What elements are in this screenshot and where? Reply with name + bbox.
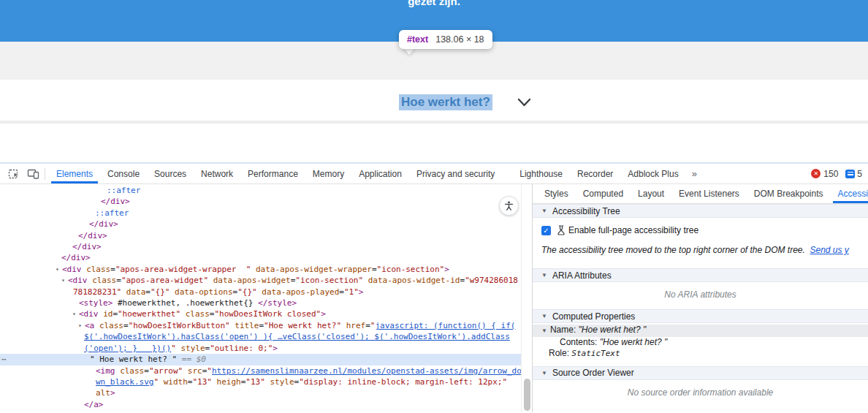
- disclosure-triangle-icon: ▼: [541, 313, 547, 319]
- dom-tree-line[interactable]: </div>: [0, 241, 532, 252]
- send-feedback-link[interactable]: Send us y: [810, 245, 849, 255]
- section-title: Computed Properties: [552, 311, 635, 322]
- accessibility-tree-toggle-button[interactable]: [499, 196, 519, 216]
- dom-tree-line[interactable]: alt>: [0, 387, 532, 398]
- dom-tree-line[interactable]: ▾<div class="apos-area-widget" data-apos…: [0, 275, 532, 286]
- tab-memory[interactable]: Memory: [305, 164, 351, 183]
- disclosure-triangle-icon: ▼: [541, 370, 547, 376]
- dom-tree-line[interactable]: ▾<div id="hoewerkthet" class="howDoesItW…: [0, 308, 532, 319]
- sidebar-tab-layout[interactable]: Layout: [631, 184, 671, 203]
- sidebar-tab-dom-breakpoints[interactable]: DOM Breakpoints: [747, 184, 831, 203]
- a11y-moved-notice: The accessibility tree moved to the top …: [541, 245, 859, 255]
- expand-arrow-icon[interactable]: ▾: [78, 320, 85, 331]
- dom-tree-line[interactable]: </div>: [0, 230, 532, 241]
- dom-tree-line[interactable]: <img class="arrow" src="https://samensli…: [0, 365, 532, 376]
- tooltip-node-name: #text: [407, 34, 428, 45]
- checkbox-label: Enable full-page accessibility tree: [568, 225, 698, 235]
- more-tabs-icon[interactable]: »: [686, 168, 703, 179]
- dom-tree-line[interactable]: ▾<div class="apos-area-widget-wrapper " …: [0, 264, 532, 275]
- section-header-accessibility-tree[interactable]: ▼ Accessibility Tree: [533, 204, 868, 218]
- error-badge-icon[interactable]: ✕: [811, 169, 821, 178]
- inspect-overlay-tooltip: #text 138.06 × 18: [399, 30, 492, 49]
- section-header-computed-properties[interactable]: ▼ Computed Properties: [533, 309, 868, 323]
- dom-tree-line[interactable]: </div>: [0, 196, 532, 207]
- tab-recorder[interactable]: Recorder: [570, 164, 620, 183]
- inspected-text-node[interactable]: Hoe werkt het?: [399, 94, 492, 110]
- tooltip-dimensions: 138.06 × 18: [435, 34, 484, 45]
- screenshot-root: gezet zijn. Hoe werkt het? #text 138.06 …: [0, 0, 868, 413]
- elements-scrollbar[interactable]: [521, 184, 532, 412]
- issues-count[interactable]: 5: [857, 169, 862, 179]
- expand-arrow-icon[interactable]: ▾: [56, 264, 62, 275]
- devtools-toolbar: ElementsConsoleSourcesNetworkPerformance…: [0, 164, 868, 184]
- tab-adblock-plus[interactable]: Adblock Plus: [620, 164, 685, 183]
- section-title: ARIA Attributes: [552, 270, 612, 281]
- sidebar-tab-accessibility[interactable]: Accessibility: [831, 184, 868, 203]
- disclosure-triangle-icon: ▼: [541, 208, 547, 214]
- elements-panel: ::after</div>::after</div></div></div></…: [0, 184, 532, 412]
- dom-tree-line[interactable]: 781828231" data="{}" data-options="{}" d…: [0, 287, 532, 298]
- expand-arrow-icon[interactable]: ▾: [61, 275, 68, 286]
- enable-fullpage-a11y-checkbox[interactable]: ✓: [541, 226, 551, 235]
- error-count[interactable]: 150: [823, 169, 838, 179]
- page-section-divider: [0, 121, 868, 124]
- source-order-empty-text: No source order information available: [533, 380, 868, 407]
- tab-elements[interactable]: Elements: [49, 164, 100, 183]
- site-header-text: gezet zijn.: [0, 0, 868, 7]
- inspect-element-icon[interactable]: [4, 166, 23, 182]
- toolbar-separator: [45, 168, 45, 180]
- tab-application[interactable]: Application: [351, 164, 409, 183]
- how-does-it-work-button[interactable]: Hoe werkt het?: [399, 94, 531, 110]
- experiment-flask-icon: [557, 225, 566, 235]
- computed-properties-list: ▼Name: "Hoe werkt het? " Contents: "Hoe …: [533, 323, 868, 366]
- tab-lighthouse[interactable]: Lighthouse: [512, 164, 570, 183]
- tab-console[interactable]: Console: [100, 164, 147, 183]
- dom-tree-line-selected[interactable]: " Hoe werkt het? " == $0⋯: [0, 354, 532, 365]
- disclosure-triangle-icon: ▼: [541, 327, 547, 334]
- section-header-aria-attributes[interactable]: ▼ ARIA Attributes: [533, 268, 868, 282]
- expand-arrow-icon[interactable]: ▾: [72, 308, 79, 319]
- row-more-actions-icon[interactable]: ⋯: [1, 354, 6, 365]
- dom-tree-line[interactable]: ::after: [0, 208, 532, 219]
- accessibility-person-icon: [503, 200, 514, 211]
- tab-network[interactable]: Network: [194, 164, 240, 183]
- sidebar-tab-event-listeners[interactable]: Event Listeners: [671, 184, 747, 203]
- accessibility-tree-content: ✓ Enable full-page accessibility tree Th…: [533, 218, 868, 268]
- issues-badge-icon[interactable]: [845, 170, 855, 178]
- section-title: Accessibility Tree: [552, 206, 620, 216]
- devtools-panel: ElementsConsoleSourcesNetworkPerformance…: [0, 162, 868, 413]
- device-toolbar-icon[interactable]: [23, 166, 42, 182]
- computed-row-name[interactable]: ▼Name: "Hoe werkt het? ": [533, 325, 868, 337]
- tab-performance[interactable]: Performance: [240, 164, 305, 183]
- aria-empty-text: No ARIA attributes: [533, 282, 868, 309]
- dom-tree-line[interactable]: wn_black.svg" width="13" heigh="13" styl…: [0, 376, 532, 387]
- dom-tree-line[interactable]: </a>: [0, 399, 532, 410]
- scrollbar-thumb[interactable]: [524, 379, 530, 411]
- disclosure-triangle-icon: ▼: [541, 272, 547, 279]
- chevron-down-icon[interactable]: [517, 97, 531, 107]
- tab-privacy-and-security[interactable]: Privacy and security: [409, 164, 502, 183]
- tab-sources[interactable]: Sources: [147, 164, 194, 183]
- section-header-source-order-viewer[interactable]: ▼ Source Order Viewer: [533, 366, 868, 380]
- dom-tree-line[interactable]: <style> #hoewerkthet, .hoewerkthet{} </s…: [0, 298, 532, 308]
- sidebar-tabs: StylesComputedLayoutEvent ListenersDOM B…: [533, 184, 868, 204]
- sidebar-tab-styles[interactable]: Styles: [537, 184, 576, 203]
- dom-tree-line[interactable]: $('.howDoesItWork').hasClass('open') ){ …: [0, 331, 532, 342]
- dom-tree-line[interactable]: ::after: [0, 185, 532, 196]
- section-title: Source Order Viewer: [552, 368, 634, 378]
- sidebar-tab-computed[interactable]: Computed: [576, 184, 631, 203]
- dom-tree-line[interactable]: </div>: [0, 252, 532, 263]
- dom-tree-line[interactable]: ▾<a class="howDoesItWorkButton" title="H…: [0, 320, 532, 331]
- elements-sidebar: StylesComputedLayoutEvent ListenersDOM B…: [532, 184, 868, 412]
- dom-tree: ::after</div>::after</div></div></div></…: [0, 184, 532, 410]
- computed-row-role: Role: StaticText: [533, 348, 868, 360]
- devtools-tabs: ElementsConsoleSourcesNetworkPerformance…: [49, 164, 686, 183]
- status-badges: ✕ 150 5: [811, 169, 868, 179]
- dom-tree-line[interactable]: ('open'); } })()" style="outline: 0;">: [0, 343, 532, 354]
- dom-tree-line[interactable]: </div>: [0, 219, 532, 230]
- computed-row-contents: Contents: "Hoe werkt het? ": [533, 337, 868, 349]
